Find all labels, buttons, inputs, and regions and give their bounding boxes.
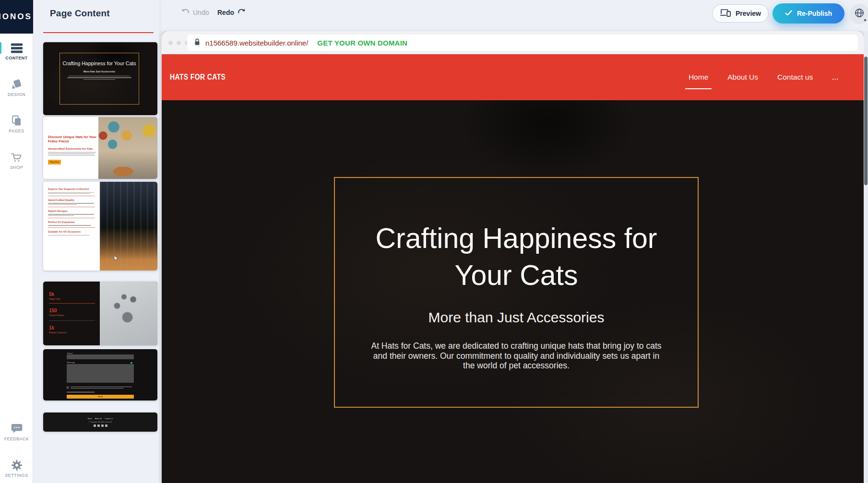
- design-icon: [0, 78, 33, 90]
- stat-label: Repeat Customers: [49, 331, 67, 334]
- stat-label: Unique Designs: [49, 314, 64, 317]
- site-header[interactable]: HATS FOR CATS Home About Us Contact us .…: [162, 54, 864, 100]
- preview-scrollbar-thumb[interactable]: [864, 57, 868, 185]
- pages-icon: [0, 114, 33, 127]
- panel-accent-divider: [43, 32, 154, 33]
- thumbnail-hero-subtitle: More than Just Accessories: [60, 70, 139, 73]
- stat-value: 1k: [49, 325, 54, 330]
- thumbnail-discover-heading: Discover Unique Hats for Your Feline Fri…: [48, 135, 99, 143]
- thumbnail-hero-title: Crafting Happiness for Your Cats: [60, 60, 139, 67]
- hero-body-text: At Hats for Cats, we are dedicated to cr…: [369, 341, 664, 371]
- republish-label: Re-Publish: [797, 10, 832, 17]
- footer-copyright: © Copyright. All rights reserved.: [88, 421, 112, 423]
- browser-chrome-bar: n1566589.websitebuilder.online/ GET YOUR…: [162, 31, 864, 54]
- site-logo-text[interactable]: HATS FOR CATS: [170, 72, 226, 82]
- hero-title-line1: Crafting Happiness for: [375, 220, 657, 257]
- footer-link: Contact us: [105, 418, 113, 420]
- sidebar-item-design[interactable]: DESIGN: [0, 78, 33, 97]
- thumbnail-hero-frame: Crafting Happiness for Your Cats More th…: [59, 53, 139, 105]
- sidebar-item-label: SHOP: [0, 165, 33, 170]
- address-bar[interactable]: n1566589.websitebuilder.online/ GET YOUR…: [187, 35, 858, 51]
- site-hero-section[interactable]: Crafting Happiness for Your Cats More th…: [162, 100, 864, 483]
- nav-more-menu[interactable]: ...: [832, 74, 839, 81]
- thumbnail-collection-heading: Stylish Designs: [48, 210, 96, 212]
- undo-icon: [181, 8, 190, 16]
- thumbnail-stats-column: 5k Happy Cats 150 Unique Designs 1k Repe…: [43, 282, 100, 345]
- globe-badge-dot: [864, 19, 867, 22]
- thumbnail-collection-heading: Explore Our Exquisite Collection: [48, 188, 96, 190]
- nav-item-contact[interactable]: Contact us: [777, 73, 813, 82]
- footer-social-icons: [94, 424, 107, 427]
- sidebar-item-label: CONTENT: [0, 56, 33, 60]
- footer-link: About Us: [95, 418, 102, 420]
- form-consent-checkbox: [67, 387, 69, 389]
- nav-item-about[interactable]: About Us: [727, 73, 758, 82]
- footer-link: Home: [88, 418, 92, 420]
- site-nav: Home About Us Contact us ...: [689, 54, 839, 100]
- undo-button[interactable]: Undo: [181, 8, 209, 16]
- sidebar-item-pages[interactable]: PAGES: [0, 114, 33, 133]
- social-icon: [105, 424, 107, 427]
- thumbnail-contact-form-section[interactable]: Name* Message Send: [43, 349, 157, 401]
- republish-button[interactable]: Re-Publish: [773, 3, 844, 24]
- language-globe-button[interactable]: [849, 4, 868, 24]
- sidebar-item-label: FEEDBACK: [0, 436, 33, 441]
- active-indicator: [0, 42, 1, 54]
- sidebar-item-label: SETTINGS: [0, 473, 33, 478]
- main-sidebar: IONOS CONTENT DESIGN PAGES SHOP: [0, 0, 33, 483]
- sidebar-item-settings[interactable]: SETTINGS: [0, 459, 33, 478]
- form-emoji-icon: [131, 362, 132, 364]
- thumbnail-stats-section[interactable]: 5k Happy Cats 150 Unique Designs 1k Repe…: [43, 282, 157, 345]
- sidebar-item-feedback[interactable]: FEEDBACK: [0, 422, 33, 441]
- thumbnail-discover-body-lines: [48, 152, 96, 156]
- preview-button[interactable]: Preview: [712, 4, 769, 23]
- thumbnail-footer-section[interactable]: Home About Us Contact us © Copyright. Al…: [43, 412, 157, 432]
- redo-button[interactable]: Redo: [217, 8, 246, 16]
- thumbnail-hero-body-lines: [60, 76, 139, 80]
- ionos-logo[interactable]: IONOS: [0, 0, 33, 34]
- thumbnail-shop-now-button: Shop Now: [48, 160, 61, 165]
- thumbnail-discover-section[interactable]: Discover Unique Hats for Your Feline Fri…: [43, 117, 157, 179]
- shop-cart-icon: [0, 151, 33, 163]
- thumbnail-collection-heading: Perfect Fit Guarantee: [48, 221, 96, 224]
- stat-value: 5k: [49, 292, 54, 297]
- redo-label: Redo: [217, 9, 234, 16]
- social-icon: [97, 424, 100, 427]
- get-domain-link[interactable]: GET YOUR OWN DOMAIN: [317, 39, 407, 47]
- content-icon: [0, 41, 33, 54]
- thumbnail-collection-heading: Suitable for All Occasions: [48, 230, 96, 233]
- cursor-pointer-icon: [114, 255, 119, 263]
- sidebar-item-shop[interactable]: SHOP: [0, 151, 33, 170]
- thumbnail-discover-text-column: Discover Unique Hats for Your Feline Fri…: [43, 117, 98, 179]
- sidebar-item-label: DESIGN: [0, 92, 33, 97]
- stat-value: 150: [49, 308, 57, 313]
- settings-gear-icon: [0, 459, 33, 471]
- thumbnail-collection-section[interactable]: Explore Our Exquisite Collection Hand-Cr…: [43, 182, 157, 271]
- redo-icon: [238, 8, 246, 16]
- hero-selected-block[interactable]: Crafting Happiness for Your Cats More th…: [334, 177, 699, 408]
- globe-icon: [854, 8, 865, 20]
- hero-subtitle: More than Just Accessories: [428, 309, 605, 326]
- form-required-note: [67, 392, 95, 392]
- thumbnail-discover-subheading: Handcrafted Exclusively for Cats: [48, 147, 99, 150]
- thumbnail-cat-fur-photo: [100, 182, 157, 271]
- nav-item-home[interactable]: Home: [689, 73, 708, 82]
- sidebar-item-content[interactable]: CONTENT: [0, 41, 33, 60]
- thumbnail-paw-print-photo: [100, 282, 157, 345]
- lock-icon: [194, 38, 200, 47]
- site-preview-pane: n1566589.websitebuilder.online/ GET YOUR…: [162, 31, 864, 483]
- check-icon: [785, 10, 792, 17]
- ionos-logo-text: IONOS: [0, 12, 32, 22]
- thumbnail-hero-section[interactable]: Crafting Happiness for Your Cats More th…: [43, 42, 157, 115]
- form-consent-lines: [71, 387, 133, 389]
- thumbnail-collection-text-column: Explore Our Exquisite Collection Hand-Cr…: [43, 182, 100, 271]
- form-name-input: [67, 354, 134, 359]
- form-send-button: Send: [67, 395, 134, 399]
- thumbnail-street-cat-photo: [98, 117, 157, 179]
- website-builder-app: Page Content Crafting Happiness for Your…: [0, 0, 868, 483]
- social-icon: [101, 424, 104, 427]
- social-icon: [94, 424, 96, 427]
- thumbnail-collection-heading: Hand-Crafted Quality: [48, 199, 96, 201]
- sidebar-item-label: PAGES: [0, 129, 33, 133]
- form-message-textarea: [67, 364, 134, 383]
